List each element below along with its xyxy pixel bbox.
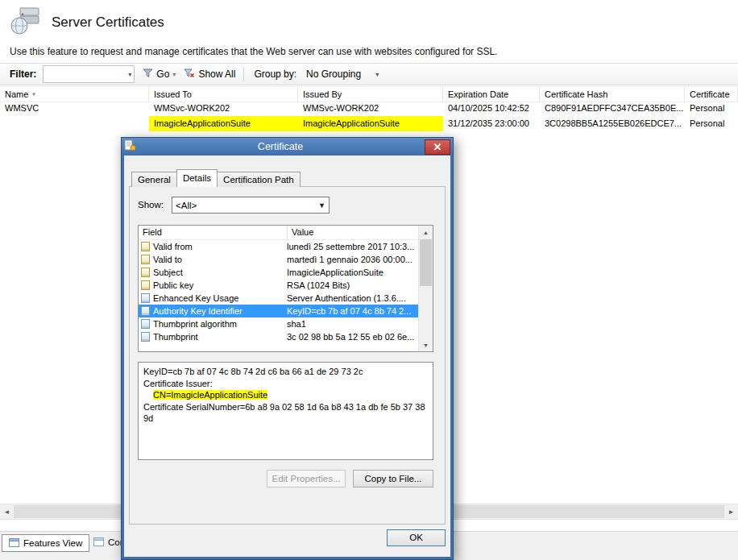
certificate-extension-icon bbox=[141, 293, 150, 303]
table-row[interactable]: ImagicleApplicationSuite ImagicleApplica… bbox=[0, 116, 738, 131]
certificate-dialog: Certificate ✕ General Details Certificat… bbox=[121, 137, 454, 560]
scroll-down-icon[interactable]: ▼ bbox=[419, 338, 433, 351]
dialog-title: Certificate bbox=[136, 141, 425, 152]
fields-list-header: Field Value bbox=[139, 226, 433, 240]
scroll-up-icon[interactable]: ▲ bbox=[419, 226, 433, 239]
filter-input[interactable]: ▾ bbox=[43, 65, 135, 83]
group-by-value: No Grouping bbox=[306, 68, 361, 80]
scroll-right-icon[interactable]: ► bbox=[724, 504, 738, 519]
certificate-extension-icon bbox=[141, 306, 150, 316]
cell-store: Personal bbox=[685, 101, 738, 116]
feature-description: Use this feature to request and manage c… bbox=[10, 46, 497, 57]
show-select[interactable]: <All> ▼ bbox=[172, 197, 330, 214]
toolbar-separator bbox=[243, 67, 244, 81]
column-header-certificate-store[interactable]: Certificate bbox=[685, 87, 738, 102]
show-all-funnel-icon bbox=[184, 68, 195, 81]
list-item[interactable]: Valid from lunedì 25 settembre 2017 10:3… bbox=[139, 240, 419, 253]
certificate-extension-icon bbox=[141, 319, 150, 329]
server-certificates-icon bbox=[10, 6, 40, 39]
show-label: Show: bbox=[138, 200, 164, 209]
dialog-tabstrip: General Details Certification Path bbox=[131, 169, 300, 187]
sort-caret-icon[interactable]: ▾ bbox=[32, 91, 35, 97]
column-header-issued-by[interactable]: Issued By bbox=[298, 87, 443, 102]
funnel-icon bbox=[143, 68, 153, 81]
cell-expiration: 04/10/2025 10:42:52 bbox=[443, 101, 540, 116]
column-header-value[interactable]: Value bbox=[288, 226, 433, 239]
dialog-body: General Details Certification Path Show:… bbox=[124, 156, 450, 557]
ok-button[interactable]: OK bbox=[387, 529, 446, 546]
list-item[interactable]: Thumbprint 3c 02 98 bb 5a 12 55 eb 02 6e… bbox=[139, 330, 419, 343]
column-header-field[interactable]: Field bbox=[139, 226, 288, 239]
cell-issued-to-highlighted: ImagicleApplicationSuite bbox=[149, 116, 298, 131]
vertical-scrollbar[interactable]: ▲ ▼ bbox=[418, 226, 433, 351]
certificate-field-icon bbox=[141, 255, 150, 264]
tab-general[interactable]: General bbox=[131, 172, 177, 187]
certificate-fields-list: Field Value Valid from lunedì 25 settemb… bbox=[138, 225, 433, 352]
list-item[interactable]: Public key RSA (1024 Bits) bbox=[139, 279, 419, 292]
tab-details[interactable]: Details bbox=[176, 169, 218, 187]
tab-features-view[interactable]: Features View bbox=[2, 534, 89, 552]
copy-to-file-button[interactable]: Copy to File... bbox=[353, 470, 433, 487]
cell-name: WMSVC bbox=[0, 101, 149, 116]
detail-line: Certificate SerialNumber=6b a8 9a 02 58 … bbox=[143, 401, 428, 425]
detail-line: Certificate Issuer: bbox=[143, 378, 428, 390]
features-view-icon bbox=[9, 538, 19, 549]
list-item[interactable]: Thumbprint algorithm sha1 bbox=[139, 317, 419, 330]
table-row[interactable]: WMSVC WMSvc-WORK202 WMSvc-WORK202 04/10/… bbox=[0, 101, 738, 116]
show-all-button[interactable]: Show All bbox=[184, 68, 235, 81]
go-button[interactable]: Go ▾ bbox=[143, 68, 176, 81]
certificate-field-icon bbox=[141, 268, 150, 277]
column-header-certificate-hash[interactable]: Certificate Hash bbox=[540, 87, 685, 102]
certificate-icon bbox=[124, 139, 136, 155]
certificate-extension-icon bbox=[141, 332, 150, 342]
show-all-label: Show All bbox=[198, 68, 235, 80]
detail-line-highlighted: CN=ImagicleApplicationSuite bbox=[143, 389, 428, 401]
cell-expiration: 31/12/2035 23:00:00 bbox=[443, 116, 540, 131]
column-header-expiration-date[interactable]: Expiration Date bbox=[443, 87, 540, 102]
iis-server-certificates-screen: Server Certificates Use this feature to … bbox=[0, 0, 738, 560]
edit-properties-button[interactable]: Edit Properties... bbox=[267, 470, 346, 487]
cell-issued-to: WMSvc-WORK202 bbox=[149, 101, 298, 116]
chevron-down-icon[interactable]: ▾ bbox=[172, 71, 176, 78]
cell-store: Personal bbox=[685, 116, 738, 131]
detail-line: KeyID=cb 7b af 07 4c 8b 74 2d c6 ba 66 a… bbox=[143, 366, 428, 378]
scroll-left-icon[interactable]: ◄ bbox=[0, 504, 14, 519]
chevron-down-icon[interactable]: ▾ bbox=[375, 71, 379, 78]
show-select-value: <All> bbox=[172, 201, 197, 210]
list-item-selected[interactable]: Authority Key Identifier KeyID=cb 7b af … bbox=[139, 305, 419, 317]
column-header-name[interactable]: Name ▾ bbox=[0, 87, 149, 102]
cell-hash: C890F91AEDFFC347CEA35B0E... bbox=[540, 101, 685, 116]
chevron-down-icon[interactable]: ▾ bbox=[128, 66, 131, 82]
tab-certification-path[interactable]: Certification Path bbox=[217, 172, 301, 187]
dialog-titlebar[interactable]: Certificate ✕ bbox=[122, 138, 453, 156]
certificates-table-header: Name ▾ Issued To Issued By Expiration Da… bbox=[0, 86, 738, 102]
group-by-label: Group by: bbox=[254, 68, 296, 80]
cell-issued-by-highlighted: ImagicleApplicationSuite bbox=[298, 116, 443, 131]
details-tab-panel: Show: <All> ▼ Field Value Valid from lun… bbox=[129, 186, 446, 525]
page-title: Server Certificates bbox=[52, 15, 164, 31]
certificate-field-icon bbox=[141, 280, 150, 290]
column-header-issued-to[interactable]: Issued To bbox=[149, 87, 298, 102]
certificate-field-icon bbox=[141, 242, 150, 251]
close-icon[interactable]: ✕ bbox=[425, 139, 450, 155]
list-item[interactable]: Subject ImagicleApplicationSuite bbox=[139, 266, 419, 279]
list-item[interactable]: Valid to martedì 1 gennaio 2036 00:00... bbox=[139, 253, 419, 266]
actions-toolbar: Filter: ▾ Go ▾ Show All Group by: No Gro… bbox=[0, 63, 738, 85]
group-by-select[interactable]: No Grouping ▾ bbox=[303, 68, 382, 80]
list-item[interactable]: Enhanced Key Usage Server Authentication… bbox=[139, 292, 419, 305]
cell-issued-by: WMSvc-WORK202 bbox=[298, 101, 443, 116]
go-label: Go bbox=[156, 68, 169, 80]
scrollbar-thumb[interactable] bbox=[420, 239, 432, 286]
filter-label: Filter: bbox=[10, 68, 36, 80]
chevron-down-icon[interactable]: ▼ bbox=[318, 201, 325, 209]
cell-name bbox=[0, 116, 149, 131]
cell-hash: 3C0298BB5A1255EB026EDCE7... bbox=[540, 116, 685, 131]
field-detail-text[interactable]: KeyID=cb 7b af 07 4c 8b 74 2d c6 ba 66 a… bbox=[138, 362, 433, 460]
content-view-icon bbox=[93, 537, 104, 548]
page-header: Server Certificates bbox=[10, 6, 164, 39]
